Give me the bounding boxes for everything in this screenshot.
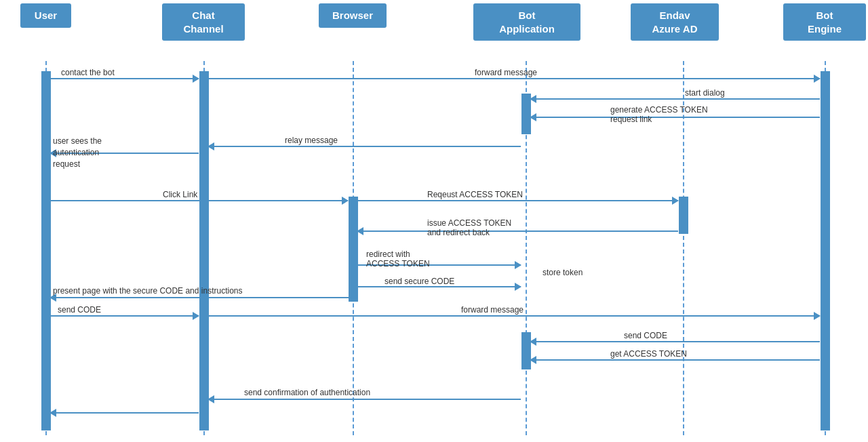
actor-azure: EndavAzure AD <box>631 3 719 41</box>
activation-azure <box>679 197 688 234</box>
label-req-token: Reqeust ACCESS TOKEN <box>427 190 523 199</box>
label-relay: relay message <box>285 136 338 145</box>
arrow-start-dialog <box>530 98 820 100</box>
arrow-confirmation <box>208 399 521 400</box>
label-contact-bot: contact the bot <box>61 68 115 77</box>
arrow-send-code-3 <box>530 341 820 342</box>
arrow-get-token <box>530 359 820 361</box>
label-store-token: store token <box>542 268 583 277</box>
activation-user <box>41 71 51 430</box>
activation-botengine <box>821 71 830 430</box>
arrow-send-code-2 <box>50 315 199 317</box>
label-click-link: Click Link <box>163 190 197 199</box>
arrow-forward-1 <box>208 78 820 79</box>
label-confirmation: send confirmation of authentication <box>244 388 370 397</box>
activation-botapp-1 <box>521 94 531 134</box>
activation-botapp-2 <box>521 332 531 369</box>
activation-browser-1 <box>349 197 358 302</box>
label-start-dialog: start dialog <box>685 88 725 98</box>
actor-user: User <box>20 3 71 28</box>
arrow-req-token <box>357 200 678 201</box>
label-get-token: get ACCESS TOKEN <box>610 349 687 359</box>
label-user-sees: user sees theautenticationrequest <box>53 136 102 169</box>
label-forward-1: forward message <box>475 68 537 77</box>
label-send-code-3: send CODE <box>624 331 667 340</box>
label-send-code-1: send secure CODE <box>384 277 454 286</box>
arrow-forward-2 <box>208 315 820 317</box>
activation-chat <box>199 71 209 430</box>
label-send-code-2: send CODE <box>58 305 101 315</box>
arrow-send-code-1 <box>357 286 521 287</box>
arrow-relay <box>208 146 521 147</box>
actor-browser: Browser <box>319 3 387 28</box>
sequence-diagram: User ChatChannel Browser BotApplication … <box>0 0 868 442</box>
label-issue-token: issue ACCESS TOKENand redirect back <box>427 218 511 237</box>
arrow-contact-bot <box>50 78 199 79</box>
label-present-page: present page with the secure CODE and in… <box>53 286 242 296</box>
label-redirect: redirect withACCESS TOKEN <box>366 249 430 268</box>
actor-botapp: BotApplication <box>473 3 580 41</box>
label-forward-2: forward message <box>461 305 524 315</box>
actor-botengine: BotEngine <box>783 3 866 41</box>
actor-chat: ChatChannel <box>162 3 245 41</box>
label-gen-token: generate ACCESS TOKENrequest link <box>610 105 708 124</box>
arrow-final <box>50 412 199 414</box>
arrow-issue-token <box>357 230 678 232</box>
